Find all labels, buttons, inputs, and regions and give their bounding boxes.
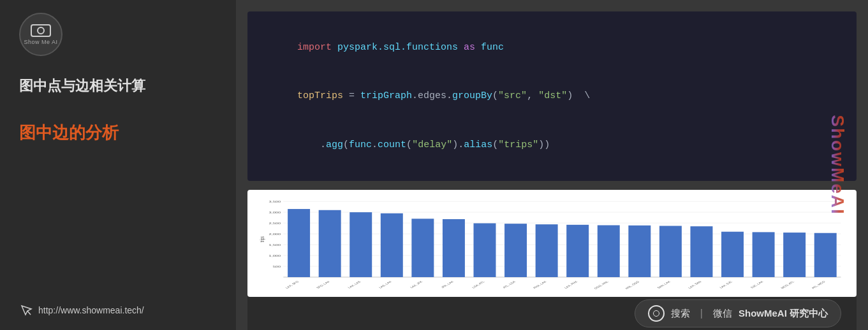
code-block: import pyspark.sql.functions as func top… (247, 11, 857, 181)
svg-text:JFK, LAX: JFK, LAX (441, 280, 455, 288)
kw-equals: = (343, 90, 360, 101)
svg-rect-24 (411, 219, 434, 277)
logo-circle: Show Me AI (19, 13, 63, 56)
svg-text:2,500: 2,500 (269, 222, 281, 224)
kw-var: topTrips (297, 90, 343, 101)
svg-text:LAX, SJC: LAX, SJC (719, 280, 733, 289)
logo-icon (31, 24, 51, 37)
kw-agg: agg (326, 140, 343, 150)
kw-str1: "src" (498, 90, 527, 101)
main-content: ShowMeAI import pyspark.sql.functions as… (236, 0, 868, 330)
kw-paren4: ( (406, 140, 412, 150)
svg-rect-46 (753, 232, 775, 277)
svg-text:HNL, OGG: HNL, OGG (624, 280, 640, 289)
svg-text:OGG, HNL: OGG, HNL (594, 280, 610, 289)
kw-comma: , (527, 90, 538, 101)
svg-text:LAX, SFO: LAX, SFO (285, 280, 300, 289)
footer-search-box[interactable]: 搜索 | 微信 ShowMeAI 研究中心 (635, 299, 841, 327)
svg-text:500: 500 (273, 265, 281, 268)
svg-text:LAX, PHX: LAX, PHX (564, 280, 579, 289)
cursor-icon (19, 303, 33, 317)
kw-paren6: ( (492, 140, 498, 150)
svg-rect-18 (319, 210, 341, 276)
sidebar-title2: 图中边的分析 (19, 122, 217, 144)
svg-text:LAX, JFK: LAX, JFK (409, 280, 423, 288)
kw-paren5: ). (452, 140, 464, 150)
kw-import: import (297, 42, 337, 53)
svg-text:trips: trips (259, 236, 265, 242)
svg-text:3,500: 3,500 (269, 200, 281, 203)
svg-text:LAX, SAN: LAX, SAN (688, 280, 702, 289)
svg-text:LGA, ATL: LGA, ATL (471, 280, 485, 289)
kw-count: count (378, 140, 406, 150)
kw-alias: alias (464, 140, 492, 150)
svg-rect-44 (721, 231, 744, 276)
search-icon (648, 305, 665, 322)
url-label[interactable]: http://www.showmeai.tech/ (38, 305, 144, 315)
svg-rect-42 (690, 226, 712, 277)
svg-rect-48 (783, 233, 805, 277)
svg-text:3,000: 3,000 (269, 211, 281, 213)
code-line-3: .agg(func.count("delay").alias("trips")) (263, 120, 841, 169)
svg-rect-32 (536, 224, 558, 277)
kw-dot: . (372, 140, 378, 150)
chart-area: 3,5003,0002,5002,0001,5001,000500tripsLA… (247, 190, 857, 298)
svg-rect-20 (349, 212, 372, 277)
sidebar-url[interactable]: http://www.showmeai.tech/ (19, 291, 217, 317)
svg-text:ATL, MCO: ATL, MCO (811, 280, 827, 289)
footer-brand: ShowMeAI 研究中心 (739, 308, 828, 320)
svg-rect-22 (381, 213, 403, 276)
kw-str2: "dst" (538, 90, 567, 101)
kw-func2: func (349, 140, 372, 150)
kw-str4: "trips" (498, 140, 538, 150)
footer-divider: | (700, 308, 703, 319)
svg-text:PHX, LAX: PHX, LAX (533, 280, 548, 289)
svg-rect-16 (288, 209, 310, 277)
sidebar-title1: 图中点与边相关计算 (19, 75, 217, 96)
svg-text:SJC, LAX: SJC, LAX (750, 280, 765, 288)
kw-as: as (458, 42, 481, 53)
kw-paren2: ) \ (567, 90, 590, 101)
code-line-2: topTrips = tripGraph.edges.groupBy("src"… (263, 72, 841, 121)
kw-punct1: .edges. (412, 90, 452, 101)
svg-rect-28 (474, 223, 496, 277)
code-line-1: import pyspark.sql.functions as func (263, 23, 841, 72)
kw-paren1: ( (492, 90, 498, 101)
svg-rect-34 (566, 224, 589, 276)
kw-paren3: ( (343, 140, 349, 150)
sidebar: Show Me AI 图中点与边相关计算 图中边的分析 http://www.s… (0, 0, 236, 330)
svg-text:SFO, LAX: SFO, LAX (316, 280, 331, 289)
footer-wechat-label: 微信 (713, 308, 732, 320)
svg-text:MCO, ATL: MCO, ATL (780, 280, 795, 289)
svg-rect-30 (504, 224, 527, 277)
logo-area: Show Me AI (19, 13, 217, 56)
svg-text:LAX, LAS: LAX, LAS (347, 280, 361, 289)
svg-text:2,000: 2,000 (269, 233, 281, 235)
kw-module: pyspark.sql.functions (337, 42, 458, 53)
svg-rect-26 (443, 219, 465, 277)
footer-search-label: 搜索 (671, 308, 690, 320)
kw-groupby: groupBy (452, 90, 492, 101)
kw-indent: . (297, 140, 326, 150)
svg-rect-40 (659, 226, 682, 276)
svg-text:ATL, LGA: ATL, LGA (502, 280, 517, 288)
svg-text:SAN, LAX: SAN, LAX (656, 280, 672, 289)
bar-chart: 3,5003,0002,5002,0001,5001,000500tripsLA… (258, 197, 846, 292)
svg-rect-38 (628, 225, 651, 276)
svg-text:1,500: 1,500 (269, 243, 281, 246)
svg-rect-36 (598, 225, 620, 276)
svg-rect-50 (814, 233, 837, 276)
kw-func: func (481, 42, 504, 53)
svg-text:LAS, LAX: LAS, LAX (378, 280, 393, 288)
svg-text:1,000: 1,000 (269, 254, 281, 257)
footer-bar: 搜索 | 微信 ShowMeAI 研究中心 (247, 297, 857, 330)
kw-obj: tripGraph (360, 90, 412, 101)
kw-paren7: )) (538, 140, 550, 150)
logo-text: Show Me AI (24, 39, 57, 45)
kw-str3: "delay" (412, 140, 452, 150)
